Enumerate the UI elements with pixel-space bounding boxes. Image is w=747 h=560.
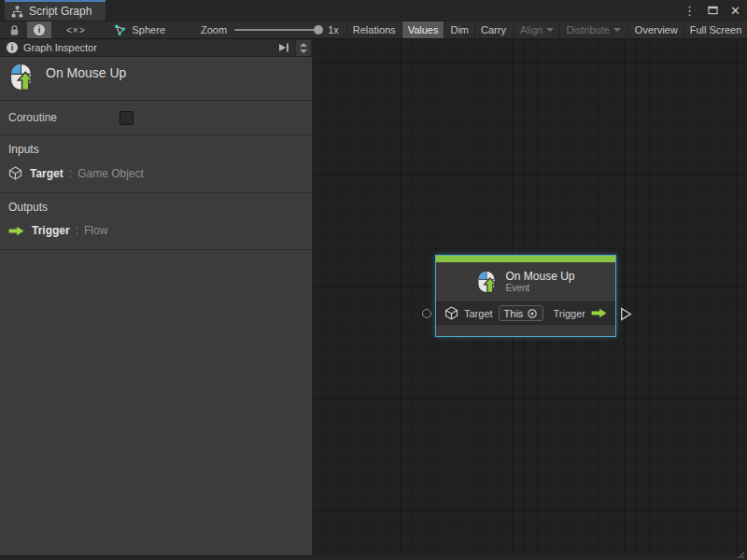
coroutine-row: Coroutine: [0, 101, 312, 135]
resize-grip-icon[interactable]: [738, 552, 745, 559]
cube-icon: [8, 166, 22, 180]
mouse-up-icon: [476, 270, 497, 294]
close-icon[interactable]: ✕: [730, 5, 740, 17]
zoom-slider[interactable]: [234, 29, 320, 31]
zoom-control: Zoom 1x: [173, 21, 346, 38]
toolbar-button-align[interactable]: Align: [514, 21, 559, 38]
node-output-port-group: Trigger: [554, 308, 607, 319]
zoom-value: 1x: [328, 24, 339, 35]
code-icon: <×>: [66, 25, 86, 35]
unity-script-graph-window: { "titlebar": { "tab": { "label": "Scrip…: [0, 0, 747, 560]
node-title: On Mouse Up: [505, 270, 574, 283]
port-name: Target: [30, 167, 63, 180]
window-menu-icon[interactable]: ⋮: [684, 5, 696, 17]
port-name: Trigger: [32, 224, 70, 237]
graph-hierarchy-icon: [11, 6, 23, 18]
port-separator: :: [69, 167, 72, 180]
tab-label: Script Graph: [29, 5, 92, 18]
window-controls: ⋮ ✕: [684, 0, 740, 21]
toolbar-button-distribute[interactable]: Distribute: [559, 21, 626, 38]
mouse-up-icon: [8, 63, 34, 91]
cube-icon: [444, 306, 458, 320]
inspector-header-controls: [275, 40, 310, 56]
output-row-trigger: Trigger : Flow: [8, 224, 303, 237]
port-separator: :: [76, 224, 78, 237]
inputs-header: Inputs: [8, 143, 303, 156]
maximize-icon[interactable]: [708, 6, 718, 15]
scroll-up-icon[interactable]: [300, 43, 307, 47]
node-input-connection-port[interactable]: [422, 309, 431, 318]
toolbar-button-carry[interactable]: Carry: [474, 21, 512, 38]
node-port-row: Target This Trigger: [436, 302, 615, 325]
graph-toolbar: i <×> Sphere Zoom 1x Relations Values Di…: [0, 21, 747, 39]
scroll-down-icon[interactable]: [300, 49, 307, 53]
graph-inspector-header: i Graph Inspector: [0, 39, 312, 57]
graph-inspector-title: Graph Inspector: [23, 42, 97, 53]
port-type: Flow: [84, 224, 107, 237]
info-icon: i: [34, 24, 45, 35]
node-footer: [436, 325, 615, 336]
input-row-target: Target : Game Object: [8, 166, 303, 180]
target-picker-icon: [527, 308, 538, 319]
port-type: Game Object: [78, 167, 144, 180]
inspector-toggle-button[interactable]: i: [27, 21, 51, 38]
coroutine-label: Coroutine: [8, 111, 57, 124]
toolbar-button-values[interactable]: Values: [402, 21, 444, 38]
input-port-label: Target: [464, 308, 493, 319]
dock-panel-icon[interactable]: [275, 42, 292, 53]
toolbar-button-relations[interactable]: Relations: [346, 21, 402, 38]
node-subtitle: Event: [505, 283, 574, 294]
tab-script-graph[interactable]: Script Graph: [5, 0, 106, 21]
toolbar-button-fullscreen[interactable]: Full Screen: [684, 21, 747, 38]
node-header[interactable]: On Mouse Up Event: [436, 262, 615, 302]
outputs-section: Outputs Trigger : Flow: [0, 193, 312, 250]
chevron-down-icon: [546, 28, 554, 32]
coroutine-checkbox[interactable]: [120, 111, 134, 125]
panel-scrubber[interactable]: [295, 40, 310, 56]
window-bottom-edge: [0, 555, 747, 560]
graph-pointer-icon: [114, 24, 126, 36]
node-accent-bar: [436, 256, 615, 262]
zoom-label: Zoom: [201, 24, 227, 35]
node-input-port-group: Target This: [444, 305, 543, 321]
target-value-button[interactable]: This: [499, 305, 544, 321]
inputs-section: Inputs Target : Game Object: [0, 135, 312, 193]
node-output-connection-port[interactable]: [620, 307, 632, 321]
graph-inspector-panel: i Graph Inspector On Mouse Up: [0, 39, 313, 555]
inspector-unit-header: On Mouse Up: [0, 57, 312, 101]
chevron-down-icon: [613, 28, 621, 32]
info-icon: i: [7, 42, 18, 53]
event-node-on-mouse-up[interactable]: On Mouse Up Event Target This: [435, 255, 616, 337]
code-view-button[interactable]: <×>: [51, 21, 101, 38]
lock-button[interactable]: [0, 21, 27, 38]
context-label: Sphere: [133, 24, 165, 35]
flow-arrow-icon: [8, 226, 24, 236]
graph-context-breadcrumb[interactable]: Sphere: [101, 21, 173, 38]
zoom-slider-handle[interactable]: [314, 25, 323, 35]
lock-icon: [9, 24, 20, 36]
toolbar-button-overview[interactable]: Overview: [628, 21, 684, 38]
outputs-header: Outputs: [8, 201, 303, 214]
output-port-label: Trigger: [554, 308, 585, 319]
flow-arrow-icon: [591, 308, 607, 318]
tab-bar: Script Graph ⋮ ✕: [0, 0, 747, 21]
inspector-unit-title: On Mouse Up: [46, 63, 126, 80]
toolbar-button-dim[interactable]: Dim: [444, 21, 474, 38]
